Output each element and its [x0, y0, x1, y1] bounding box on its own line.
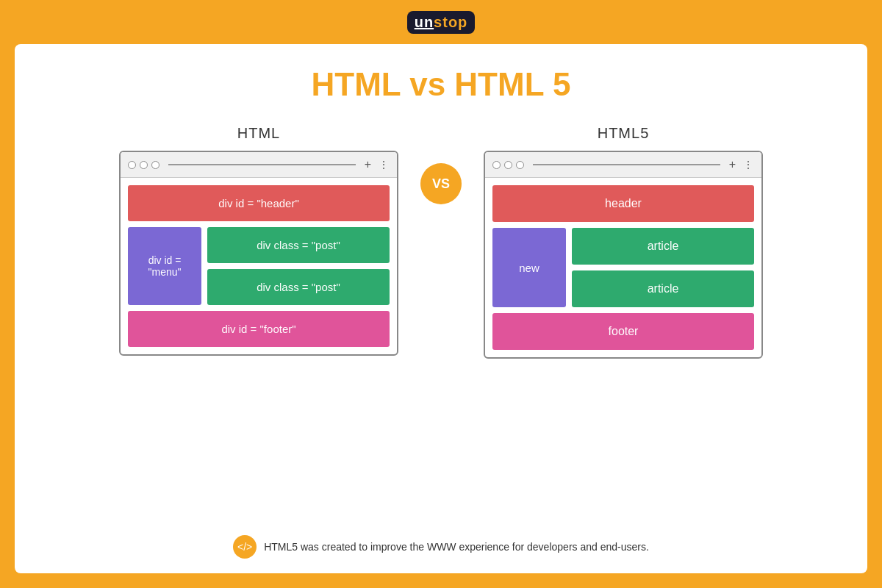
html5-side: HTML5 + ⋮ header new [484, 125, 763, 359]
top-bar: unstop [0, 0, 882, 44]
vs-badge: VS [420, 163, 462, 204]
dot-6 [516, 161, 524, 169]
footer-note-text: HTML5 was created to improve the WWW exp… [264, 541, 649, 553]
add-tab-icon-2: + [729, 158, 736, 171]
html-post2-block: div class = "post" [207, 269, 390, 305]
unstop-logo: unstop [407, 11, 476, 34]
html-post1-block: div class = "post" [207, 227, 390, 263]
html5-label: HTML5 [598, 125, 650, 142]
code-icon: </> [233, 535, 257, 559]
menu-dots-icon-2: ⋮ [743, 159, 754, 171]
browser-dots-2 [492, 161, 524, 169]
html-header-block: div id = "header" [128, 185, 390, 221]
dot-1 [128, 161, 136, 169]
html-side: HTML + ⋮ div id = "header" div id = "men… [119, 125, 398, 356]
html-browser-toolbar: + ⋮ [121, 152, 397, 178]
html5-browser-window: + ⋮ header new article article footer [484, 151, 763, 359]
html5-middle-row: new article article [492, 228, 754, 307]
dot-4 [492, 161, 501, 169]
html5-header-block: header [492, 185, 754, 222]
logo-un: un [415, 14, 434, 30]
html5-browser-content: header new article article footer [485, 178, 761, 357]
browser-dots [128, 161, 159, 169]
html-middle-row: div id = "menu" div class = "post" div c… [128, 227, 390, 305]
html-browser-window: + ⋮ div id = "header" div id = "menu" di… [119, 151, 398, 356]
html-menu-block: div id = "menu" [128, 227, 201, 305]
address-bar-line-2 [533, 164, 720, 165]
comparison-area: HTML + ⋮ div id = "header" div id = "men… [44, 125, 838, 522]
dot-2 [140, 161, 148, 169]
html-label: HTML [237, 125, 280, 142]
menu-dots-icon: ⋮ [379, 159, 390, 171]
logo: unstop [407, 11, 476, 34]
html-posts-column: div class = "post" div class = "post" [207, 227, 390, 305]
html-footer-block: div id = "footer" [128, 311, 390, 347]
dot-5 [504, 161, 512, 169]
html5-article1-block: article [572, 228, 754, 265]
html5-footer-block: footer [492, 313, 754, 350]
html5-nav-block: new [492, 228, 566, 307]
logo-stop: stop [434, 14, 467, 30]
html5-article2-block: article [572, 270, 754, 307]
add-tab-icon: + [365, 158, 371, 171]
html5-articles-column: article article [572, 228, 754, 307]
main-card: HTML vs HTML 5 HTML + ⋮ div id = "header… [15, 44, 867, 573]
dot-3 [151, 161, 159, 169]
html-browser-content: div id = "header" div id = "menu" div cl… [121, 178, 397, 354]
page-title: HTML vs HTML 5 [312, 66, 571, 103]
address-bar-line [168, 164, 356, 165]
footer-note: </> HTML5 was created to improve the WWW… [233, 535, 649, 559]
html5-browser-toolbar: + ⋮ [485, 152, 761, 178]
